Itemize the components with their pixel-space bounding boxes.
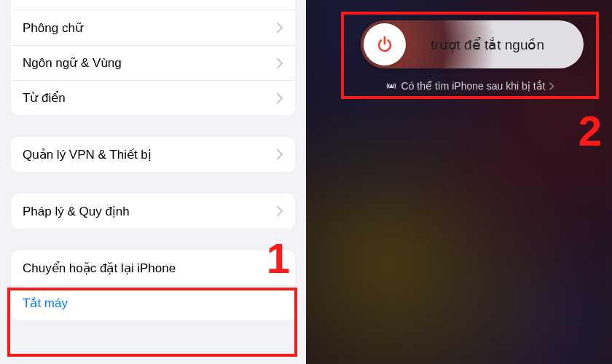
chevron-right-icon bbox=[277, 58, 283, 68]
row-label: Chuyển hoặc đặt lại iPhone bbox=[23, 261, 277, 276]
chevron-right-icon bbox=[277, 206, 283, 216]
row-label: Từ điển bbox=[23, 90, 277, 106]
chevron-right-icon bbox=[549, 82, 554, 90]
row-label: Pháp lý & Quy định bbox=[23, 204, 277, 219]
poweroff-screen: trượt để tắt nguồn Có thể tìm iPhone sau… bbox=[306, 0, 612, 364]
annotation-step-1: 1 bbox=[267, 234, 290, 282]
row-label: Ngôn ngữ & Vùng bbox=[23, 55, 277, 71]
row-vpn-devices[interactable]: Quản lý VPN & Thiết bị bbox=[11, 137, 295, 172]
location-broadcast-icon bbox=[385, 80, 397, 92]
annotation-step-2: 2 bbox=[578, 106, 602, 155]
row-legal[interactable]: Pháp lý & Quy định bbox=[11, 194, 295, 229]
partial-row-top bbox=[10, 0, 296, 10]
row-shutdown[interactable]: Tắt máy bbox=[11, 285, 295, 320]
power-off-slider[interactable]: trượt để tắt nguồn bbox=[361, 20, 584, 68]
power-icon bbox=[375, 35, 394, 54]
slider-label: trượt để tắt nguồn bbox=[406, 36, 584, 53]
group-vpn: Quản lý VPN & Thiết bị bbox=[10, 136, 296, 173]
chevron-right-icon bbox=[277, 149, 283, 159]
row-transfer-reset[interactable]: Chuyển hoặc đặt lại iPhone bbox=[11, 250, 295, 285]
find-iphone-label: Có thể tìm iPhone sau khi bị tắt bbox=[401, 80, 546, 92]
slider-knob[interactable] bbox=[364, 23, 406, 66]
row-dictionary[interactable]: Từ điển bbox=[11, 80, 295, 115]
row-label: Phông chữ bbox=[23, 20, 277, 36]
row-label: Tắt máy bbox=[23, 296, 283, 311]
group-general-1: Phông chữ Ngôn ngữ & Vùng Từ điển bbox=[10, 10, 296, 116]
chevron-right-icon bbox=[277, 93, 283, 103]
chevron-right-icon bbox=[277, 23, 283, 33]
row-language-region[interactable]: Ngôn ngữ & Vùng bbox=[11, 45, 295, 80]
group-legal: Pháp lý & Quy định bbox=[10, 193, 296, 229]
group-reset: Chuyển hoặc đặt lại iPhone Tắt máy bbox=[10, 250, 296, 321]
row-label: Quản lý VPN & Thiết bị bbox=[23, 147, 277, 162]
row-fonts[interactable]: Phông chữ bbox=[11, 10, 295, 45]
settings-list: Phông chữ Ngôn ngữ & Vùng Từ điển Quản l… bbox=[0, 0, 306, 364]
find-iphone-link[interactable]: Có thể tìm iPhone sau khi bị tắt bbox=[357, 80, 583, 92]
